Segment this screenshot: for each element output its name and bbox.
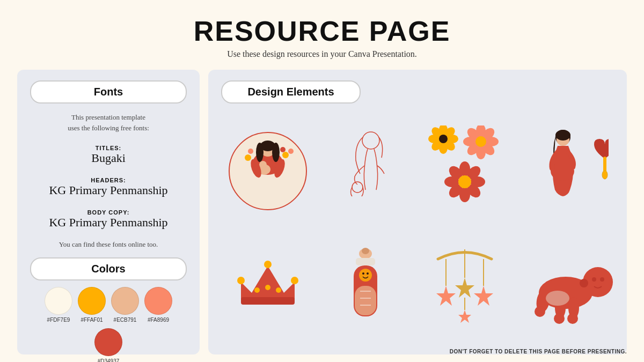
svg-point-89	[567, 313, 578, 324]
colors-title: Colors	[91, 263, 125, 275]
color-hex-4: #FA8969	[148, 317, 169, 323]
svg-point-16	[352, 182, 363, 193]
headers-font-name: KG Primary Penmanship	[30, 183, 187, 197]
color-circle-1	[45, 287, 72, 315]
svg-point-69	[362, 272, 364, 275]
svg-point-68	[359, 269, 372, 282]
right-panel: Design Elements	[208, 70, 627, 354]
color-swatch-2: #FFAF01	[78, 287, 106, 323]
illustration-mother-baby-circle	[221, 113, 314, 226]
fonts-note: You can find these fonts online too.	[30, 240, 187, 249]
svg-rect-64	[355, 286, 376, 315]
svg-point-70	[367, 272, 369, 275]
svg-point-81	[580, 279, 588, 287]
titles-label: TITLES:	[30, 145, 187, 151]
color-circle-3	[111, 287, 139, 315]
illustration-flowers	[416, 113, 513, 226]
color-circle-4	[144, 287, 172, 315]
svg-point-9	[288, 149, 294, 154]
svg-point-90	[546, 291, 569, 306]
svg-point-15	[362, 132, 379, 149]
svg-point-4	[256, 143, 264, 162]
color-hex-3: #ECB791	[114, 317, 137, 323]
svg-marker-76	[474, 286, 493, 306]
pregnant-heart-svg	[523, 125, 609, 214]
mother-baby-svg	[226, 125, 310, 214]
svg-point-87	[554, 313, 565, 324]
illustration-baby-mobile	[416, 231, 513, 344]
flowers-svg	[422, 125, 508, 214]
color-swatch-4: #FA8969	[144, 287, 172, 323]
illustration-pregnant-heart	[517, 113, 614, 226]
color-swatch-5: #D34937	[94, 328, 122, 362]
illustration-crawling-baby	[517, 231, 614, 344]
svg-point-53	[237, 277, 245, 284]
color-circle-2	[78, 287, 106, 315]
page-subtitle: Use these design resources in your Canva…	[0, 49, 644, 59]
fonts-title: Fonts	[94, 86, 123, 98]
svg-point-52	[602, 171, 608, 179]
illustration-baby-bottle	[319, 231, 412, 344]
design-elements-title: Design Elements	[247, 86, 334, 98]
svg-point-54	[264, 261, 272, 268]
footer-note: DON'T FORGET TO DELETE THIS PAGE BEFORE …	[450, 349, 627, 354]
svg-point-83	[600, 277, 604, 282]
svg-point-59	[276, 287, 281, 293]
svg-rect-56	[241, 297, 295, 305]
headers-font-entry: HEADERS: KG Primary Penmanship	[30, 177, 187, 197]
color-swatch-1: #FDF7E9	[45, 287, 72, 323]
svg-point-7	[259, 161, 267, 168]
colors-section: Colors #FDF7E9 #FFAF01 #ECB791 #FA8969	[30, 257, 187, 362]
baby-mobile-svg	[416, 243, 513, 331]
svg-point-10	[280, 147, 286, 152]
svg-point-61	[362, 248, 369, 254]
left-panel: Fonts This presentation templateuses the…	[17, 70, 200, 354]
svg-point-8	[282, 152, 289, 158]
line-art-nursing-svg	[328, 125, 403, 214]
titles-font-entry: TITLES: Bugaki	[30, 145, 187, 165]
body-font-name: KG Primary Penmanship	[30, 216, 187, 230]
headers-label: HEADERS:	[30, 177, 187, 183]
svg-point-46	[458, 175, 471, 188]
page-header: RESOURCE PAGE Use these design resources…	[0, 0, 644, 59]
svg-point-85	[535, 306, 545, 317]
svg-point-57	[254, 287, 260, 293]
svg-marker-75	[455, 278, 474, 298]
crawling-baby-svg	[517, 250, 614, 325]
color-swatches: #FDF7E9 #FFAF01 #ECB791 #FA8969 #D34937	[30, 287, 187, 362]
svg-point-49	[555, 130, 570, 141]
body-label: BODY COPY:	[30, 209, 187, 216]
color-circle-5	[94, 328, 122, 356]
svg-marker-74	[436, 286, 456, 306]
body-font-entry: BODY COPY: KG Primary Penmanship	[30, 209, 187, 230]
color-hex-1: #FDF7E9	[47, 317, 70, 323]
svg-point-58	[265, 285, 270, 290]
design-elements-grid	[221, 113, 614, 344]
svg-point-36	[439, 135, 448, 143]
baby-bottle-svg	[333, 243, 398, 331]
fonts-description: This presentation templateuses the follo…	[30, 112, 187, 133]
illustration-crown	[221, 231, 314, 344]
design-elements-box: Design Elements	[221, 80, 361, 104]
illustration-line-art-nursing	[319, 113, 412, 226]
color-swatch-3: #ECB791	[111, 287, 139, 323]
color-hex-5: #D34937	[98, 358, 120, 362]
titles-font-name: Bugaki	[30, 151, 187, 165]
crown-svg	[230, 250, 305, 325]
main-content: Fonts This presentation templateuses the…	[0, 63, 644, 361]
svg-point-5	[272, 143, 280, 162]
svg-point-12	[248, 149, 253, 154]
svg-point-11	[245, 154, 251, 161]
page-title: RESOURCE PAGE	[0, 15, 644, 47]
svg-point-26	[475, 136, 486, 147]
svg-point-55	[291, 277, 298, 284]
colors-section-box: Colors	[30, 257, 187, 280]
svg-rect-62	[356, 258, 375, 265]
color-hex-2: #FFAF01	[80, 317, 103, 323]
svg-point-82	[592, 277, 596, 282]
fonts-section-box: Fonts	[30, 80, 187, 104]
svg-marker-78	[458, 310, 471, 323]
